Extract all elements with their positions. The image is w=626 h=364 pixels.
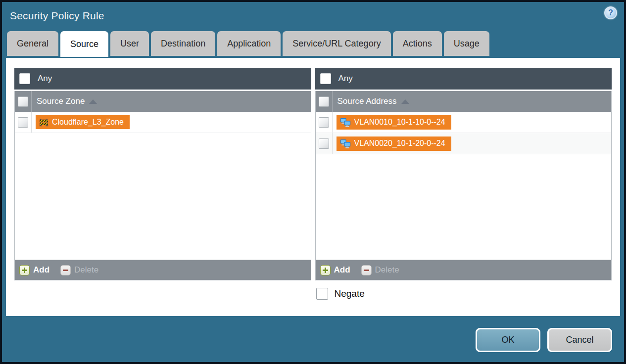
- source-address-item[interactable]: VLAN0020_10-1-20-0--24: [337, 136, 451, 151]
- address-icon: [340, 139, 351, 148]
- negate-row: Negate: [14, 288, 612, 300]
- source-zone-item[interactable]: Cloudflare_L3_Zone: [36, 115, 130, 129]
- dialog-title: Security Policy Rule: [10, 10, 104, 22]
- source-address-any-label: Any: [338, 74, 353, 84]
- add-plus-icon: [19, 265, 30, 275]
- source-zone-any-label: Any: [38, 74, 52, 84]
- source-address-add-button[interactable]: Add: [320, 265, 350, 275]
- source-address-list: VLAN0010_10-1-10-0--24: [316, 112, 612, 260]
- delete-button-label: Delete: [74, 265, 98, 275]
- source-zone-list: Cloudflare_L3_Zone: [15, 112, 311, 260]
- source-zone-delete-button[interactable]: Delete: [60, 265, 98, 275]
- source-address-row[interactable]: VLAN0010_10-1-10-0--24: [316, 112, 612, 133]
- negate-checkbox[interactable]: [316, 288, 328, 300]
- tab-user[interactable]: User: [110, 31, 149, 56]
- source-address-footer: Add Delete: [315, 260, 612, 280]
- add-button-label: Add: [334, 265, 350, 275]
- ok-button[interactable]: OK: [476, 328, 540, 352]
- source-zone-any-header: Any: [14, 68, 311, 90]
- tab-general[interactable]: General: [7, 31, 58, 56]
- source-address-column-title: Source Address: [337, 96, 397, 106]
- source-address-row[interactable]: VLAN0020_10-1-20-0--24: [316, 133, 612, 154]
- tab-actions[interactable]: Actions: [393, 31, 442, 56]
- source-zone-selectall-checkbox[interactable]: [18, 96, 28, 107]
- dialog-titlebar: Security Policy Rule ?: [2, 2, 624, 31]
- source-address-delete-button[interactable]: Delete: [361, 265, 399, 275]
- source-zone-item-label: Cloudflare_L3_Zone: [52, 118, 124, 127]
- source-zone-footer: Add Delete: [14, 260, 311, 280]
- security-policy-rule-dialog: Security Policy Rule ? General Source Us…: [2, 2, 624, 362]
- tab-destination[interactable]: Destination: [151, 31, 215, 56]
- tab-bar: General Source User Destination Applicat…: [2, 31, 624, 56]
- tab-source[interactable]: Source: [60, 31, 108, 57]
- dialog-buttons: OK Cancel: [476, 328, 612, 352]
- source-zone-column-header[interactable]: Source Zone: [15, 91, 311, 112]
- delete-minus-icon: [361, 265, 372, 275]
- address-icon: [340, 118, 351, 127]
- sort-ascending-icon: [89, 99, 97, 104]
- source-address-item-label: VLAN0010_10-1-10-0--24: [354, 118, 445, 127]
- source-address-row-checkbox[interactable]: [319, 138, 329, 149]
- source-address-any-header: Any: [315, 68, 612, 90]
- tab-service-url-category[interactable]: Service/URL Category: [283, 31, 390, 56]
- source-address-panel: Any Source Address: [315, 68, 612, 280]
- tab-usage[interactable]: Usage: [444, 31, 489, 56]
- source-zone-column-title: Source Zone: [37, 96, 85, 106]
- sort-ascending-icon: [401, 99, 409, 104]
- source-tab-content: Any Source Zone: [6, 58, 620, 316]
- source-address-item[interactable]: VLAN0010_10-1-10-0--24: [337, 115, 451, 130]
- source-zone-row[interactable]: Cloudflare_L3_Zone: [15, 112, 311, 133]
- cancel-button[interactable]: Cancel: [547, 328, 612, 352]
- source-zone-row-checkbox[interactable]: [18, 117, 28, 128]
- add-plus-icon: [320, 265, 331, 275]
- source-address-any-checkbox[interactable]: [320, 73, 331, 84]
- source-zone-add-button[interactable]: Add: [19, 265, 49, 275]
- negate-label: Negate: [335, 288, 365, 299]
- source-zone-any-checkbox[interactable]: [19, 73, 30, 84]
- zone-icon: [39, 118, 48, 127]
- delete-button-label: Delete: [375, 265, 399, 275]
- source-address-row-checkbox[interactable]: [319, 117, 329, 128]
- add-button-label: Add: [33, 265, 49, 275]
- source-zone-panel: Any Source Zone: [14, 68, 311, 280]
- source-address-item-label: VLAN0020_10-1-20-0--24: [354, 139, 445, 148]
- tab-application[interactable]: Application: [217, 31, 281, 56]
- help-icon[interactable]: ?: [604, 6, 617, 19]
- delete-minus-icon: [60, 265, 71, 275]
- source-address-selectall-checkbox[interactable]: [319, 96, 329, 107]
- source-address-column-header[interactable]: Source Address: [316, 91, 612, 112]
